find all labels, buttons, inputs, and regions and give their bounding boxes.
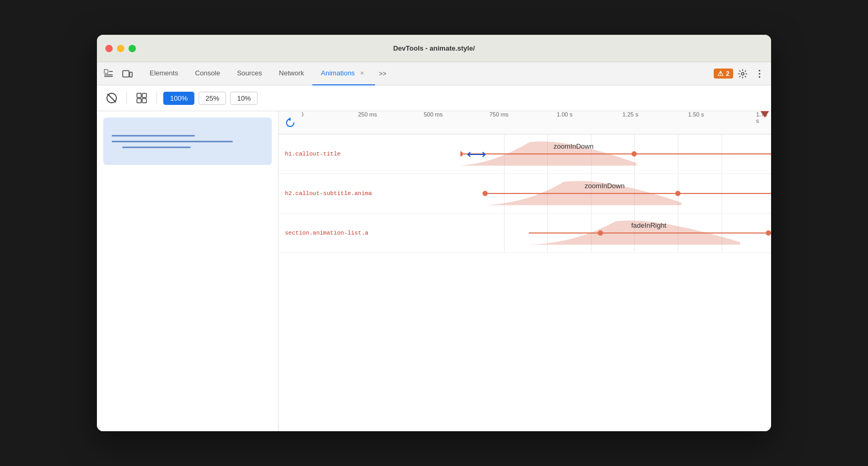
anim-dot-end-3 (766, 230, 771, 236)
svg-rect-12 (137, 93, 141, 98)
tick-500: 500 ms (423, 111, 442, 118)
toolbar-divider-2 (156, 92, 157, 104)
anim-line-3 (529, 232, 771, 234)
speed-10-button[interactable]: 10% (230, 92, 258, 105)
warning-count: 2 (726, 70, 729, 77)
animation-rows: h1.callout-title (279, 134, 771, 431)
toolbar-divider-1 (126, 92, 127, 104)
speed-25-label: 25% (205, 94, 219, 102)
devtools-panel: Elements Console Sources Network Animati… (97, 62, 771, 431)
window-title: DevTools - animate.style/ (393, 44, 475, 52)
svg-rect-4 (123, 71, 129, 77)
animations-toolbar: 100% 25% 10% (97, 85, 771, 111)
preview-line-2 (112, 141, 233, 142)
devtools-window: DevTools - animate.style/ (97, 35, 771, 431)
tab-console[interactable]: Console (186, 62, 229, 85)
anim-row-label-2[interactable]: h2.callout-subtitle.anima (279, 190, 460, 197)
anim-row-label-1[interactable]: h1.callout-title (279, 151, 460, 157)
anim-label-2: h2.callout-subtitle.anima (285, 190, 372, 197)
tab-animations[interactable]: Animations × (312, 62, 374, 85)
main-content: 0 250 ms 500 ms 750 ms 1.00 s 1.25 s 1.5… (97, 111, 771, 431)
inspector-icon[interactable] (101, 66, 116, 81)
anim-label-1: h1.callout-title (285, 151, 341, 157)
tick-250: 250 ms (358, 111, 377, 118)
svg-rect-0 (104, 70, 108, 73)
svg-point-7 (759, 70, 761, 71)
tick-0: 0 (302, 111, 303, 118)
window-controls (105, 45, 136, 52)
anim-line-1 (460, 153, 771, 154)
tab-animations-label: Animations (321, 69, 354, 77)
tab-elements-label: Elements (150, 69, 178, 77)
tick-1500: 1.50 s (688, 111, 704, 118)
tick-1000: 1.00 s (557, 111, 573, 118)
tick-750: 750 ms (489, 111, 508, 118)
anim-name-3: fadeInRight (632, 221, 667, 229)
anim-dot-mid-1 (632, 151, 637, 157)
maximize-button[interactable] (129, 45, 136, 52)
tick-1750: 1.75 s (756, 111, 767, 124)
tab-more-button[interactable]: >> (375, 62, 391, 85)
pause-button[interactable] (103, 90, 120, 106)
timeline-area: 0 250 ms 500 ms 750 ms 1.00 s 1.25 s 1.5… (279, 111, 771, 431)
device-toggle-icon[interactable] (120, 66, 135, 81)
svg-rect-14 (137, 99, 141, 103)
table-row: h1.callout-title (279, 134, 771, 174)
svg-rect-15 (142, 99, 146, 103)
tab-elements[interactable]: Elements (141, 62, 186, 85)
more-options-icon[interactable] (752, 66, 767, 81)
title-bar: DevTools - animate.style/ (97, 35, 771, 62)
preview-line-1 (112, 135, 195, 137)
svg-point-9 (759, 76, 761, 77)
anim-row-label-3[interactable]: section.animation-list.a (279, 230, 460, 236)
svg-point-8 (759, 73, 761, 74)
svg-point-6 (742, 72, 744, 75)
drag-arrow: ⟷ (467, 146, 486, 162)
settings-icon[interactable] (735, 66, 750, 81)
svg-rect-13 (142, 93, 146, 98)
speed-100-label: 100% (170, 94, 188, 102)
tab-sources[interactable]: Sources (229, 62, 271, 85)
svg-line-11 (108, 94, 116, 102)
svg-rect-5 (130, 72, 132, 77)
table-row: section.animation-list.a (279, 213, 771, 253)
close-button[interactable] (105, 45, 113, 52)
tab-network[interactable]: Network (271, 62, 313, 85)
tab-animations-close[interactable]: × (358, 69, 367, 77)
time-ruler: 0 250 ms 500 ms 750 ms 1.00 s 1.25 s 1.5… (279, 111, 771, 134)
tab-network-label: Network (279, 69, 304, 77)
tab-console-label: Console (195, 69, 220, 77)
anim-dot-mid-2 (675, 191, 680, 196)
anim-dot-mid-3 (598, 230, 603, 236)
speed-10-label: 10% (237, 94, 251, 102)
table-row: h2.callout-subtitle.anima (279, 174, 771, 213)
anim-track-1: ⟷ (460, 134, 771, 173)
warning-icon: ⚠ (717, 70, 724, 77)
speed-100-button[interactable]: 100% (163, 92, 194, 105)
ruler-ticks: 0 250 ms 500 ms 750 ms 1.00 s 1.25 s 1.5… (302, 111, 771, 134)
animation-preview (103, 118, 272, 165)
anim-name-1: zoomInDown (554, 142, 594, 150)
replay-button[interactable] (279, 111, 302, 134)
warning-badge[interactable]: ⚠ 2 (714, 69, 733, 79)
devtools-icons (101, 66, 135, 81)
anim-line-2 (485, 193, 771, 194)
left-panel (97, 111, 279, 431)
tick-1250: 1.25 s (623, 111, 638, 118)
anim-dot-start-2 (482, 191, 488, 196)
preview-lines (112, 135, 263, 148)
preview-line-3 (122, 147, 191, 148)
anim-label-3: section.animation-list.a (285, 230, 368, 236)
anim-track-3: fadeInRight (460, 213, 771, 253)
speed-25-button[interactable]: 25% (199, 92, 226, 105)
grid-view-button[interactable] (133, 90, 150, 106)
anim-name-2: zoomInDown (585, 182, 625, 190)
anim-track-2: zoomInDown (460, 174, 771, 213)
minimize-button[interactable] (117, 45, 124, 52)
tab-bar: Elements Console Sources Network Animati… (97, 62, 771, 85)
tab-sources-label: Sources (237, 69, 262, 77)
tab-bar-right: ⚠ 2 (714, 66, 767, 81)
